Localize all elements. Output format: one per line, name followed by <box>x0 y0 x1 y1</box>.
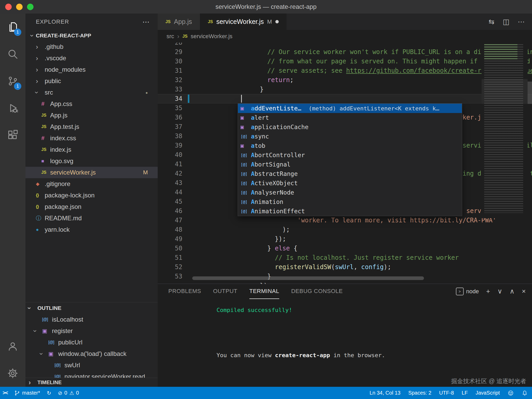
activity-settings[interactable] <box>0 360 25 387</box>
tree-item[interactable]: package.json <box>25 201 158 212</box>
outline-item[interactable]: swUrl <box>25 360 158 371</box>
code-line[interactable]: 30 // serve assets; see https://github.c… <box>158 57 532 66</box>
dirty-indicator[interactable] <box>275 20 279 23</box>
more-actions-icon[interactable]: ⋯ <box>518 18 525 26</box>
suggestion-item[interactable]: A nalyserNode <box>238 188 462 197</box>
suggestion-item[interactable]: a ddEventListe… (method) addEventListene… <box>238 104 462 113</box>
tree-item[interactable]: yarn.lock <box>25 224 158 235</box>
tab-app-js[interactable]: App.js <box>158 14 200 30</box>
problems-status[interactable]: ⊘ 0 ⚠ 0 <box>58 390 79 396</box>
tree-item[interactable]: index.js <box>25 144 158 155</box>
minimap-slider[interactable] <box>482 79 528 104</box>
activity-accounts[interactable] <box>0 333 25 360</box>
minimap[interactable] <box>482 43 528 218</box>
terminal-selector[interactable]: > node <box>456 288 479 295</box>
tree-item[interactable]: serviceWorker.js M <box>25 167 158 178</box>
maximize-panel-icon[interactable]: ∧ <box>510 287 515 295</box>
code-line[interactable]: 29 // from what our page is served on. T… <box>158 47 532 57</box>
sidebar-more-actions-icon[interactable]: ⋯ <box>142 18 150 26</box>
tree-item[interactable]: public <box>25 75 158 87</box>
language-mode[interactable]: JavaScript <box>476 390 500 396</box>
tree-item[interactable]: .gitignore <box>25 178 158 190</box>
suggestion-item[interactable]: A bortController <box>238 150 462 160</box>
editor-actions: ⇆ ◫ ⋯ <box>481 14 532 30</box>
encoding-setting[interactable]: UTF-8 <box>439 390 454 396</box>
tree-item[interactable]: index.css <box>25 132 158 144</box>
tree-item[interactable]: .vscode <box>25 52 158 64</box>
suggestion-item[interactable]: a sync <box>238 132 462 141</box>
vertical-scrollbar[interactable] <box>528 82 532 104</box>
remote-indicator[interactable]: >< <box>3 390 8 396</box>
indentation-setting[interactable]: Spaces: 2 <box>408 390 431 396</box>
minimize-window-button[interactable] <box>16 4 23 10</box>
eol-setting[interactable]: LF <box>462 390 468 396</box>
file-type-icon <box>41 158 50 164</box>
terminal-dropdown-icon[interactable]: ∨ <box>497 287 502 295</box>
code-line[interactable]: 28 // Our service worker won't work if P… <box>158 43 532 47</box>
suggestion-match: A <box>251 152 255 158</box>
git-branch-status[interactable]: master* <box>14 390 40 396</box>
suggestion-item[interactable]: A ctiveXObject <box>238 178 462 188</box>
sync-status[interactable]: ↻ <box>47 390 51 396</box>
activity-extensions[interactable] <box>0 122 25 149</box>
code-line[interactable]: 51 registerValidSW(swUrl, config); <box>158 253 532 262</box>
tree-item[interactable]: App.css <box>25 98 158 110</box>
suggestion-item[interactable]: A nimation <box>238 197 462 207</box>
outline-item[interactable]: navigator.serviceWorker.read <box>25 371 158 378</box>
code-line[interactable]: 33 <box>158 85 532 94</box>
suggestion-item[interactable]: a lert <box>238 113 462 122</box>
breadcrumb-file[interactable]: serviceWorker.js <box>191 33 232 40</box>
code-line[interactable]: 50 // Is not localhost. Just register se… <box>158 244 532 253</box>
code-line[interactable]: 34 window.a('load', () => { <box>158 94 532 103</box>
close-panel-icon[interactable]: × <box>522 287 526 295</box>
code-line[interactable]: 32 } <box>158 75 532 85</box>
feedback-smiley-icon[interactable] <box>508 390 514 396</box>
tree-item[interactable]: README.md <box>25 212 158 224</box>
close-window-button[interactable] <box>5 4 12 10</box>
tree-item[interactable]: node_modules <box>25 64 158 75</box>
outline-section-header[interactable]: OUTLINE <box>25 302 158 314</box>
suggestion-item[interactable]: a tob <box>238 141 462 150</box>
code-line[interactable]: 31 return; <box>158 66 532 75</box>
horizontal-scrollbar[interactable] <box>192 276 424 280</box>
cursor-position[interactable]: Ln 34, Col 13 <box>370 390 401 396</box>
suggestion-item[interactable]: A bstractRange <box>238 169 462 178</box>
code-line[interactable]: 47 ); <box>158 216 532 225</box>
code-line[interactable]: 52 } <box>158 262 532 272</box>
outline-item[interactable]: isLocalhost <box>25 314 158 325</box>
activity-source-control[interactable]: 1 <box>0 68 25 95</box>
activity-run-debug[interactable] <box>0 95 25 122</box>
code-line[interactable]: 49 } else { <box>158 234 532 244</box>
notifications-bell-icon[interactable] <box>522 390 528 396</box>
suggestion-item[interactable]: a pplicationCache <box>238 122 462 132</box>
tab-serviceworker-js[interactable]: serviceWorker.js M <box>200 14 287 30</box>
symbol-kind-icon <box>42 328 52 334</box>
split-editor-icon[interactable]: ◫ <box>503 18 509 26</box>
outline-item[interactable]: window.a('load') callback <box>25 348 158 360</box>
maximize-window-button[interactable] <box>27 4 34 10</box>
workspace-section-header[interactable]: CREATE-REACT-APP <box>25 30 158 41</box>
code-editor[interactable]: 28 // Our service worker won't work if P… <box>158 43 532 284</box>
tree-item[interactable]: package-lock.json <box>25 190 158 201</box>
tree-item[interactable]: src ● <box>25 87 158 98</box>
outline-item[interactable]: register <box>25 325 158 337</box>
open-changes-icon[interactable]: ⇆ <box>489 18 495 26</box>
terminal-output[interactable]: Compiled successfully! You can now view … <box>168 299 527 387</box>
tree-item[interactable]: logo.svg <box>25 155 158 167</box>
timeline-section-header[interactable]: TIMELINE <box>25 378 158 387</box>
tree-item[interactable]: .github <box>25 41 158 52</box>
activity-search[interactable] <box>0 41 25 68</box>
tab-problems[interactable]: PROBLEMS <box>168 284 201 299</box>
suggestion-item[interactable]: A nimationEffect <box>238 207 462 216</box>
suggestion-item[interactable]: A bortSignal <box>238 160 462 169</box>
tree-item[interactable]: App.js <box>25 110 158 121</box>
breadcrumb-src[interactable]: src <box>167 33 174 40</box>
activity-explorer[interactable]: 1 <box>0 14 25 41</box>
outline-item[interactable]: publicUrl <box>25 337 158 348</box>
new-terminal-icon[interactable]: + <box>486 287 490 295</box>
tab-debug-console[interactable]: DEBUG CONSOLE <box>291 284 343 299</box>
tab-output[interactable]: OUTPUT <box>213 284 237 299</box>
tree-item[interactable]: App.test.js <box>25 121 158 132</box>
code-line[interactable]: 48 }); <box>158 225 532 234</box>
tab-terminal[interactable]: TERMINAL <box>249 284 279 299</box>
